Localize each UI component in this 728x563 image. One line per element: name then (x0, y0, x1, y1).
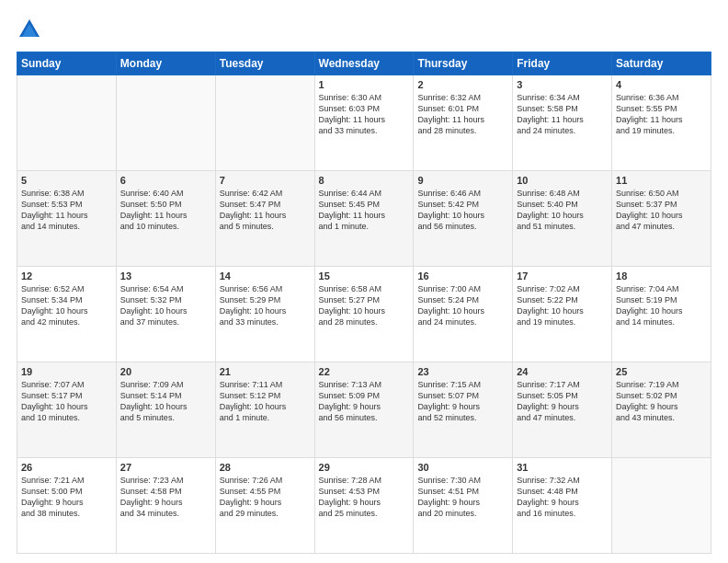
calendar-cell: 9Sunrise: 6:46 AM Sunset: 5:42 PM Daylig… (414, 171, 513, 267)
calendar-cell (215, 75, 314, 171)
calendar-cell: 17Sunrise: 7:02 AM Sunset: 5:22 PM Dayli… (513, 267, 612, 362)
day-info: Sunrise: 6:54 AM Sunset: 5:32 PM Dayligh… (120, 283, 211, 328)
calendar-cell: 19Sunrise: 7:07 AM Sunset: 5:17 PM Dayli… (17, 362, 117, 458)
day-number: 14 (220, 270, 311, 282)
weekday-header-thursday: Thursday (414, 52, 513, 75)
day-number: 5 (21, 175, 112, 186)
calendar-cell: 24Sunrise: 7:17 AM Sunset: 5:05 PM Dayli… (513, 362, 612, 458)
day-info: Sunrise: 7:11 AM Sunset: 5:12 PM Dayligh… (220, 379, 311, 424)
calendar-table: SundayMondayTuesdayWednesdayThursdayFrid… (17, 52, 711, 554)
calendar-cell: 21Sunrise: 7:11 AM Sunset: 5:12 PM Dayli… (215, 362, 314, 458)
day-info: Sunrise: 6:40 AM Sunset: 5:50 PM Dayligh… (120, 188, 211, 233)
day-number: 20 (120, 366, 211, 377)
calendar-cell (17, 75, 117, 171)
calendar-cell: 2Sunrise: 6:32 AM Sunset: 6:01 PM Daylig… (414, 75, 513, 171)
day-number: 30 (417, 462, 508, 473)
day-info: Sunrise: 7:28 AM Sunset: 4:53 PM Dayligh… (319, 475, 410, 520)
day-info: Sunrise: 7:15 AM Sunset: 5:07 PM Dayligh… (417, 379, 508, 424)
day-info: Sunrise: 6:50 AM Sunset: 5:37 PM Dayligh… (616, 188, 707, 233)
logo (17, 17, 46, 42)
calendar-cell: 1Sunrise: 6:30 AM Sunset: 6:03 PM Daylig… (314, 75, 414, 171)
week-row-2: 5Sunrise: 6:38 AM Sunset: 5:53 PM Daylig… (17, 171, 711, 267)
calendar-cell: 7Sunrise: 6:42 AM Sunset: 5:47 PM Daylig… (215, 171, 314, 267)
day-number: 16 (417, 270, 508, 282)
calendar-cell: 3Sunrise: 6:34 AM Sunset: 5:58 PM Daylig… (513, 75, 612, 171)
day-number: 25 (616, 366, 707, 377)
day-number: 1 (319, 79, 410, 90)
calendar-cell: 14Sunrise: 6:56 AM Sunset: 5:29 PM Dayli… (215, 267, 314, 362)
weekday-header-row: SundayMondayTuesdayWednesdayThursdayFrid… (17, 52, 711, 75)
calendar-cell: 25Sunrise: 7:19 AM Sunset: 5:02 PM Dayli… (612, 362, 711, 458)
day-number: 21 (220, 366, 311, 377)
day-number: 27 (120, 462, 211, 473)
header (17, 17, 711, 42)
calendar-cell (612, 458, 711, 554)
day-number: 8 (319, 175, 410, 186)
day-number: 17 (517, 270, 608, 282)
calendar-cell: 18Sunrise: 7:04 AM Sunset: 5:19 PM Dayli… (612, 267, 711, 362)
day-number: 23 (417, 366, 508, 377)
day-info: Sunrise: 7:04 AM Sunset: 5:19 PM Dayligh… (616, 283, 707, 328)
day-info: Sunrise: 7:23 AM Sunset: 4:58 PM Dayligh… (120, 475, 211, 520)
day-info: Sunrise: 6:36 AM Sunset: 5:55 PM Dayligh… (616, 92, 707, 137)
calendar-cell: 4Sunrise: 6:36 AM Sunset: 5:55 PM Daylig… (612, 75, 711, 171)
week-row-5: 26Sunrise: 7:21 AM Sunset: 5:00 PM Dayli… (17, 458, 711, 554)
calendar-cell: 20Sunrise: 7:09 AM Sunset: 5:14 PM Dayli… (116, 362, 215, 458)
calendar-cell: 27Sunrise: 7:23 AM Sunset: 4:58 PM Dayli… (116, 458, 215, 554)
day-info: Sunrise: 6:48 AM Sunset: 5:40 PM Dayligh… (517, 188, 608, 233)
day-info: Sunrise: 7:21 AM Sunset: 5:00 PM Dayligh… (21, 475, 112, 520)
day-info: Sunrise: 6:46 AM Sunset: 5:42 PM Dayligh… (417, 188, 508, 233)
calendar-cell: 16Sunrise: 7:00 AM Sunset: 5:24 PM Dayli… (414, 267, 513, 362)
day-number: 13 (120, 270, 211, 282)
day-info: Sunrise: 7:19 AM Sunset: 5:02 PM Dayligh… (616, 379, 707, 424)
day-info: Sunrise: 7:30 AM Sunset: 4:51 PM Dayligh… (417, 475, 508, 520)
day-info: Sunrise: 7:17 AM Sunset: 5:05 PM Dayligh… (517, 379, 608, 424)
day-info: Sunrise: 6:34 AM Sunset: 5:58 PM Dayligh… (517, 92, 608, 137)
day-number: 3 (517, 79, 608, 90)
day-number: 9 (417, 175, 508, 186)
day-number: 24 (517, 366, 608, 377)
day-info: Sunrise: 6:42 AM Sunset: 5:47 PM Dayligh… (220, 188, 311, 233)
calendar-cell: 31Sunrise: 7:32 AM Sunset: 4:48 PM Dayli… (513, 458, 612, 554)
weekday-header-sunday: Sunday (17, 52, 117, 75)
calendar-cell: 30Sunrise: 7:30 AM Sunset: 4:51 PM Dayli… (414, 458, 513, 554)
day-info: Sunrise: 6:56 AM Sunset: 5:29 PM Dayligh… (220, 283, 311, 328)
day-info: Sunrise: 7:07 AM Sunset: 5:17 PM Dayligh… (21, 379, 112, 424)
week-row-3: 12Sunrise: 6:52 AM Sunset: 5:34 PM Dayli… (17, 267, 711, 362)
week-row-1: 1Sunrise: 6:30 AM Sunset: 6:03 PM Daylig… (17, 75, 711, 171)
day-info: Sunrise: 6:52 AM Sunset: 5:34 PM Dayligh… (21, 283, 112, 328)
day-number: 15 (319, 270, 410, 282)
day-info: Sunrise: 7:02 AM Sunset: 5:22 PM Dayligh… (517, 283, 608, 328)
day-info: Sunrise: 7:32 AM Sunset: 4:48 PM Dayligh… (517, 475, 608, 520)
calendar-cell (116, 75, 215, 171)
day-info: Sunrise: 7:00 AM Sunset: 5:24 PM Dayligh… (417, 283, 508, 328)
day-number: 2 (417, 79, 508, 90)
calendar-cell: 6Sunrise: 6:40 AM Sunset: 5:50 PM Daylig… (116, 171, 215, 267)
day-number: 28 (220, 462, 311, 473)
calendar-cell: 8Sunrise: 6:44 AM Sunset: 5:45 PM Daylig… (314, 171, 414, 267)
page: SundayMondayTuesdayWednesdayThursdayFrid… (0, 0, 728, 563)
day-info: Sunrise: 7:26 AM Sunset: 4:55 PM Dayligh… (220, 475, 311, 520)
calendar-cell: 11Sunrise: 6:50 AM Sunset: 5:37 PM Dayli… (612, 171, 711, 267)
calendar-cell: 28Sunrise: 7:26 AM Sunset: 4:55 PM Dayli… (215, 458, 314, 554)
day-info: Sunrise: 7:09 AM Sunset: 5:14 PM Dayligh… (120, 379, 211, 424)
calendar-cell: 22Sunrise: 7:13 AM Sunset: 5:09 PM Dayli… (314, 362, 414, 458)
day-number: 26 (21, 462, 112, 473)
weekday-header-tuesday: Tuesday (215, 52, 314, 75)
day-info: Sunrise: 6:30 AM Sunset: 6:03 PM Dayligh… (319, 92, 410, 137)
day-info: Sunrise: 6:58 AM Sunset: 5:27 PM Dayligh… (319, 283, 410, 328)
calendar-cell: 15Sunrise: 6:58 AM Sunset: 5:27 PM Dayli… (314, 267, 414, 362)
day-number: 12 (21, 270, 112, 282)
weekday-header-monday: Monday (116, 52, 215, 75)
weekday-header-wednesday: Wednesday (314, 52, 414, 75)
day-info: Sunrise: 6:44 AM Sunset: 5:45 PM Dayligh… (319, 188, 410, 233)
calendar-cell: 23Sunrise: 7:15 AM Sunset: 5:07 PM Dayli… (414, 362, 513, 458)
day-info: Sunrise: 7:13 AM Sunset: 5:09 PM Dayligh… (319, 379, 410, 424)
day-number: 4 (616, 79, 707, 90)
day-info: Sunrise: 6:38 AM Sunset: 5:53 PM Dayligh… (21, 188, 112, 233)
week-row-4: 19Sunrise: 7:07 AM Sunset: 5:17 PM Dayli… (17, 362, 711, 458)
day-number: 29 (319, 462, 410, 473)
weekday-header-saturday: Saturday (612, 52, 711, 75)
day-info: Sunrise: 6:32 AM Sunset: 6:01 PM Dayligh… (417, 92, 508, 137)
day-number: 18 (616, 270, 707, 282)
